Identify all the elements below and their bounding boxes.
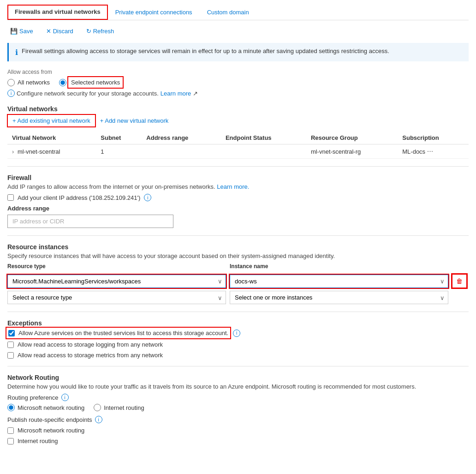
network-routing-section: Network Routing Determine how you would … [7,374,469,444]
info-icon: ℹ [15,48,18,57]
microsoft-routing-radio[interactable]: Microsoft network routing [7,404,84,411]
save-button[interactable]: 💾 Save [7,26,36,36]
resource-type-select-empty[interactable]: Select a resource type [7,291,226,304]
resource-instances-title: Resource instances [7,243,469,251]
resource-type-select[interactable]: Microsoft.MachineLearningServices/worksp… [7,275,226,288]
virtual-networks-section: Virtual networks + Add existing virtual … [7,105,469,159]
learn-more-link-1[interactable]: Learn more [161,90,191,97]
col-subnet: Subnet [96,132,142,144]
routing-pref-info-icon: i [61,394,69,401]
access-radio-group: All networks Selected networks [7,78,469,87]
exception-trusted-row: Allow Azure services on the trusted serv… [7,329,469,337]
exception-metrics-row: Allow read access to storage metrics fro… [7,352,469,359]
add-new-vnet-button[interactable]: + Add new virtual network [95,115,173,126]
divider-3 [7,312,469,312]
external-link-icon: ↗ [193,90,198,97]
address-range-label: Address range [7,205,469,212]
all-networks-radio[interactable]: All networks [7,79,50,86]
col-endpoint: Endpoint Status [221,132,306,144]
exception-logging-checkbox[interactable] [7,342,14,348]
delete-resource-button[interactable]: 🗑 [452,274,467,288]
exception-metrics-checkbox[interactable] [7,352,14,359]
table-row: › ml-vnet-scentral 1 ml-vnet-scentral-rg… [7,144,469,159]
exceptions-section: Exceptions Allow Azure services on the t… [7,319,469,359]
refresh-button[interactable]: ↻ Refresh [83,26,117,36]
discard-icon: ✕ [46,28,51,35]
info-banner: ℹ Firewall settings allowing access to s… [7,43,469,61]
resource-type-label: Resource type [7,263,226,270]
discard-button[interactable]: ✕ Discard [43,26,76,36]
resource-instance-row-1: Microsoft.MachineLearningServices/worksp… [7,274,469,288]
client-ip-info-icon: i [144,194,151,201]
publish-ms-routing-row: Microsoft network routing [7,427,469,434]
client-ip-checkbox-row: Add your client IP address ('108.252.109… [7,194,469,201]
publish-info-icon: i [95,416,102,423]
refresh-icon: ↻ [86,28,91,35]
routing-title: Network Routing [7,374,469,381]
col-sub: Subscription [398,132,469,144]
publish-internet-routing-checkbox[interactable] [7,438,14,444]
col-vnet: Virtual Network [7,132,96,144]
allow-access-label: Allow access from [7,69,469,75]
learn-more-link-2[interactable]: Learn more. [217,183,249,190]
firewall-section: Firewall Add IP ranges to allow access f… [7,174,469,228]
client-ip-checkbox[interactable] [7,194,14,201]
resource-row-headers: Resource type Instance name [7,263,469,271]
resource-instances-section: Resource instances Specify resource inst… [7,243,469,304]
instance-name-label: Instance name [230,263,448,270]
exception-logging-row: Allow read access to storage logging fro… [7,341,469,348]
divider-1 [7,166,469,167]
tab-bar: Firewalls and virtual networks Private e… [7,5,469,20]
internet-routing-radio[interactable]: Internet routing [94,404,144,411]
divider-2 [7,235,469,236]
firewall-desc: Add IP ranges to allow access from the i… [7,183,469,190]
allow-access-section: Allow access from All networks Selected … [7,69,469,97]
routing-preference-radio-group: Microsoft network routing Internet routi… [7,404,469,411]
add-existing-vnet-button[interactable]: + Add existing virtual network [7,114,95,127]
publish-ms-routing-checkbox[interactable] [7,427,14,434]
instance-name-select-empty[interactable]: Select one or more instances [230,291,448,304]
routing-pref-label: Routing preference [7,394,59,401]
vnet-table: Virtual Network Subnet Address range End… [7,132,469,159]
vnet-actions: + Add existing virtual network + Add new… [7,114,469,127]
address-range-input[interactable] [7,215,173,228]
col-address: Address range [142,132,221,144]
toolbar: 💾 Save ✕ Discard ↻ Refresh [7,26,469,36]
resource-instance-row-2: Select a resource type ∨ Select one or m… [7,291,469,304]
vnet-section-title: Virtual networks [7,105,469,113]
tab-private-endpoints[interactable]: Private endpoint connections [108,5,200,19]
tab-custom-domain[interactable]: Custom domain [200,5,256,19]
tab-firewalls[interactable]: Firewalls and virtual networks [7,5,108,20]
info-circle-icon: i [7,90,15,97]
publish-internet-routing-row: Internet routing [7,438,469,444]
selected-networks-radio[interactable]: Selected networks [59,78,122,87]
trusted-info-icon: i [233,330,240,337]
exception-trusted-checkbox[interactable] [8,330,15,336]
row-more-button[interactable]: ··· [427,147,433,156]
firewall-title: Firewall [7,174,469,181]
exceptions-title: Exceptions [7,319,469,327]
col-rg: Resource Group [306,132,398,144]
network-security-info: i Configure network security for your st… [7,90,469,97]
expand-icon[interactable]: › [12,148,14,155]
routing-desc: Determine how you would like to route yo… [7,383,469,390]
divider-4 [7,366,469,366]
save-icon: 💾 [10,28,18,35]
publish-endpoints-label: Publish route-specific endpoints [7,416,92,423]
resource-instances-desc: Specify resource instances that will hav… [7,252,469,259]
instance-name-select[interactable]: docs-ws [230,275,448,288]
